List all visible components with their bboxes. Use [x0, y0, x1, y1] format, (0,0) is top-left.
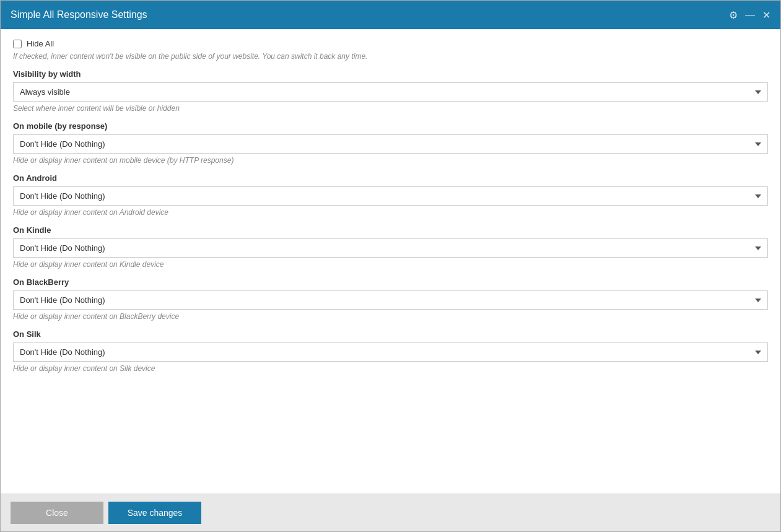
hide-all-label[interactable]: Hide All	[27, 39, 54, 48]
settings-icon[interactable]: ⚙	[729, 9, 738, 21]
section-hint-on_mobile: Hide or display inner content on mobile …	[13, 156, 768, 165]
select-on_blackberry[interactable]: Don't Hide (Do Nothing)HideShow	[13, 290, 768, 310]
hide-all-row: Hide All	[13, 39, 768, 48]
section-hint-visibility_by_width: Select where inner content will be visib…	[13, 104, 768, 113]
section-label-on_silk: On Silk	[13, 329, 768, 339]
section-on_android: On AndroidDon't Hide (Do Nothing)HideSho…	[13, 173, 768, 217]
select-on_mobile[interactable]: Don't Hide (Do Nothing)HideShow	[13, 134, 768, 154]
dialog-window: Simple All Responsive Settings ⚙ — ✕ Hid…	[0, 0, 781, 532]
hide-all-checkbox[interactable]	[13, 40, 22, 48]
section-on_mobile: On mobile (by response)Don't Hide (Do No…	[13, 121, 768, 165]
minimize-icon[interactable]: —	[745, 9, 755, 20]
dialog-title: Simple All Responsive Settings	[11, 9, 147, 20]
sections-container: Visibility by widthAlways visibleHide on…	[13, 69, 768, 373]
close-icon[interactable]: ✕	[762, 9, 770, 21]
section-on_kindle: On KindleDon't Hide (Do Nothing)HideShow…	[13, 225, 768, 269]
section-on_blackberry: On BlackBerryDon't Hide (Do Nothing)Hide…	[13, 277, 768, 321]
section-hint-on_kindle: Hide or display inner content on Kindle …	[13, 260, 768, 269]
content-area: Hide All If checked, inner content won't…	[1, 29, 780, 494]
section-label-on_android: On Android	[13, 173, 768, 183]
select-on_android[interactable]: Don't Hide (Do Nothing)HideShow	[13, 186, 768, 206]
section-on_silk: On SilkDon't Hide (Do Nothing)HideShowHi…	[13, 329, 768, 373]
close-button[interactable]: Close	[11, 502, 103, 524]
titlebar-controls: ⚙ — ✕	[729, 9, 770, 21]
section-label-on_blackberry: On BlackBerry	[13, 277, 768, 287]
section-hint-on_android: Hide or display inner content on Android…	[13, 208, 768, 217]
hide-all-hint: If checked, inner content won't be visib…	[13, 52, 768, 61]
section-visibility_by_width: Visibility by widthAlways visibleHide on…	[13, 69, 768, 113]
save-button[interactable]: Save changes	[108, 502, 201, 524]
select-on_silk[interactable]: Don't Hide (Do Nothing)HideShow	[13, 342, 768, 362]
section-label-on_kindle: On Kindle	[13, 225, 768, 235]
select-visibility_by_width[interactable]: Always visibleHide on mobileHide on tabl…	[13, 82, 768, 102]
section-hint-on_silk: Hide or display inner content on Silk de…	[13, 364, 768, 373]
section-hint-on_blackberry: Hide or display inner content on BlackBe…	[13, 312, 768, 321]
section-label-visibility_by_width: Visibility by width	[13, 69, 768, 79]
titlebar: Simple All Responsive Settings ⚙ — ✕	[1, 1, 780, 29]
select-on_kindle[interactable]: Don't Hide (Do Nothing)HideShow	[13, 238, 768, 258]
section-label-on_mobile: On mobile (by response)	[13, 121, 768, 131]
footer: Close Save changes	[1, 494, 780, 531]
